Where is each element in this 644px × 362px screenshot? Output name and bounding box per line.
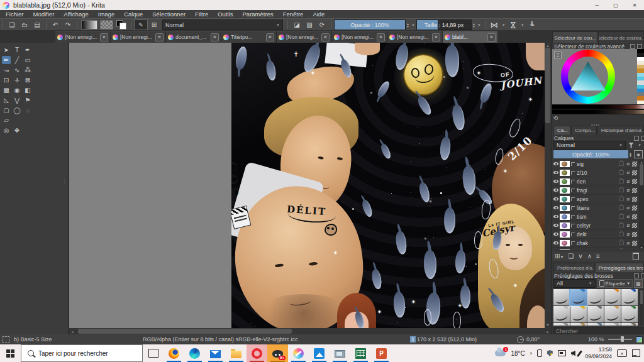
blending-mode-dropdown[interactable]: Normal▼ — [162, 19, 283, 30]
vscroll-thumb[interactable] — [545, 48, 550, 123]
layer-alpha-icon[interactable]: α — [626, 214, 630, 219]
brush-preset-tile[interactable] — [604, 323, 621, 326]
layer-row[interactable]: chakα — [552, 239, 639, 248]
gradient-swatch[interactable] — [81, 20, 97, 30]
document-tab-0[interactable]: [Non enregi...✕ — [55, 31, 111, 43]
layer-alpha-icon[interactable]: α — [626, 161, 630, 167]
layer-inherit-alpha-icon[interactable] — [632, 197, 637, 202]
move-layer-up-button[interactable]: ∧ — [587, 253, 592, 260]
layer-visibility-eye-icon[interactable] — [553, 224, 558, 227]
preserve-alpha-button[interactable]: ▨ — [304, 20, 315, 30]
tool-reference-images[interactable]: ⚑ — [23, 96, 32, 104]
layer-alpha-icon[interactable]: α — [626, 205, 630, 211]
layer-visibility-eye-icon[interactable] — [553, 241, 558, 244]
document-tab-3[interactable]: Titietpo...✕ — [221, 31, 277, 43]
tab-layers[interactable]: Ca... — [553, 126, 570, 134]
action-center-icon[interactable] — [632, 349, 640, 357]
opacity-slider[interactable]: Opacité : 100% — [334, 19, 406, 30]
layer-visibility-eye-icon[interactable] — [553, 162, 558, 165]
layer-inherit-alpha-icon[interactable] — [632, 206, 637, 211]
layer-row[interactable]: delitα — [552, 230, 639, 239]
brush-preset-tile[interactable] — [553, 306, 570, 322]
redo-button[interactable]: ↷ — [62, 20, 74, 30]
tool-select-shapes[interactable]: ➤ — [2, 46, 11, 54]
edit-brush-settings-button[interactable]: ✎ — [134, 19, 148, 30]
document-tab-6[interactable]: [Non enregi...✕ — [387, 31, 443, 43]
brush-preset-tile[interactable] — [621, 289, 638, 305]
your-phone-icon[interactable] — [537, 349, 542, 357]
maximize-button[interactable]: ▢ — [606, 0, 625, 10]
layer-visibility-eye-icon[interactable] — [553, 233, 558, 236]
minimize-button[interactable]: ─ — [587, 0, 606, 10]
taskbar-app-powerpoint[interactable]: P — [371, 344, 392, 362]
horizontal-scrollbar[interactable]: ◂ ▸ — [69, 328, 551, 334]
brush-preset-tile[interactable] — [553, 323, 570, 326]
brush-preset-tile[interactable] — [587, 323, 604, 326]
layer-alpha-icon[interactable]: α — [626, 222, 630, 228]
layer-inherit-alpha-icon[interactable] — [632, 223, 637, 228]
mirror-horizontal-arrow[interactable]: ▼ — [502, 23, 506, 27]
taskbar-app-mail[interactable] — [205, 344, 226, 362]
taskbar-app-krita[interactable] — [288, 344, 309, 362]
menu-item-affichage[interactable]: Affichage — [64, 11, 88, 18]
tool-dynamic-brush[interactable]: ∿ — [13, 66, 21, 74]
layer-lock-icon[interactable] — [619, 241, 624, 245]
layer-row[interactable]: celsyrα — [552, 221, 639, 230]
layer-alpha-icon[interactable]: α — [626, 170, 630, 175]
tool-multibrush[interactable]: ⁂ — [23, 66, 32, 74]
menu-item-paramtres[interactable]: Paramètres — [243, 11, 274, 18]
taskbar-app-edge[interactable] — [184, 344, 205, 362]
layer-lock-icon[interactable] — [619, 179, 624, 184]
hidden-icons-chevron[interactable]: › — [530, 350, 532, 356]
start-button[interactable] — [0, 344, 21, 362]
security-shield-icon[interactable] — [547, 350, 553, 356]
size-options-arrow[interactable]: ▼ — [477, 23, 481, 27]
layer-inherit-alpha-icon[interactable] — [632, 241, 637, 246]
document-tab-2[interactable]: document_...✕ — [166, 31, 221, 43]
foreground-background-colors[interactable] — [116, 20, 126, 30]
taskbar-search-box[interactable]: Taper ici pour rechercher — [21, 344, 143, 362]
selector-settings-icon[interactable]: ☰ — [554, 52, 562, 58]
brush-preset-tile[interactable] — [570, 323, 587, 326]
layer-visibility-eye-icon[interactable] — [553, 171, 558, 174]
brush-preset-tile[interactable] — [604, 289, 621, 305]
tab-color-selector-2[interactable]: Sélecteur de couleu... — [598, 31, 644, 44]
canvas-rotation[interactable]: 0,00° — [517, 334, 540, 344]
layer-row[interactable]: fragiα — [552, 186, 639, 195]
layer-lock-icon[interactable] — [619, 162, 624, 166]
refresh-shades-icon[interactable]: ⟲ — [553, 115, 558, 121]
layer-opacity-spinner[interactable]: ▲▼ — [629, 152, 632, 157]
undo-button[interactable]: ↶ — [50, 20, 61, 30]
taskbar-app-screen-capture[interactable] — [330, 344, 350, 362]
menu-item-slectionner[interactable]: Sélectionner — [152, 11, 186, 18]
zoom-control[interactable]: 100 % — [588, 334, 643, 344]
close-tab-icon[interactable]: ✕ — [211, 33, 219, 41]
scroll-down-arrow[interactable]: ▼ — [545, 322, 551, 328]
document-tab-4[interactable]: [Non enregi...✕ — [277, 31, 332, 43]
layer-row[interactable]: apexα — [552, 195, 639, 204]
tool-bezier-curve[interactable]: ↝ — [2, 66, 11, 74]
brush-preset-tile[interactable] — [570, 289, 587, 305]
task-view-button[interactable] — [143, 344, 164, 362]
open-document-button[interactable]: 🗀 — [19, 20, 30, 30]
tool-measure[interactable]: ⋁ — [13, 96, 21, 104]
menu-item-fentre[interactable]: Fenêtre — [283, 11, 304, 18]
taskbar-app-firefox[interactable] — [164, 344, 184, 362]
layer-filter-arrow[interactable]: ▼ — [638, 143, 641, 147]
tool-color-sampler[interactable]: ◉ — [13, 86, 21, 94]
layer-lock-icon[interactable] — [619, 206, 624, 210]
pattern-swatch[interactable] — [100, 20, 113, 30]
close-tab-icon[interactable]: ✕ — [377, 33, 385, 41]
layer-lock-icon[interactable] — [619, 170, 624, 175]
layer-lock-icon[interactable] — [619, 223, 624, 228]
tool-polygon[interactable]: ◺ — [2, 96, 11, 104]
tab-compositions[interactable]: Compo... — [571, 126, 597, 134]
layer-visibility-eye-icon[interactable] — [553, 197, 558, 200]
color-history-swatch[interactable] — [637, 101, 644, 104]
layer-visibility-eye-icon[interactable] — [553, 180, 558, 183]
menu-item-image[interactable]: Image — [98, 11, 114, 18]
layer-scroll-thumb[interactable] — [640, 164, 643, 185]
tool-move[interactable]: ✛ — [13, 76, 21, 84]
brush-preset-tile[interactable] — [621, 323, 638, 326]
tool-rect-select[interactable]: ▢ — [2, 106, 11, 114]
